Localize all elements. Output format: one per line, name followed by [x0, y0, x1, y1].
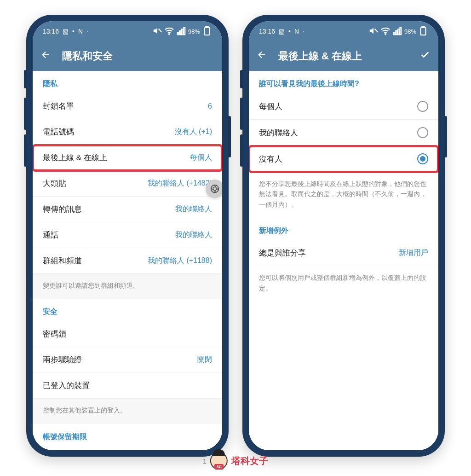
mute-switch[interactable] — [240, 70, 243, 88]
radio-icon — [417, 101, 428, 112]
battery-pct: 98% — [404, 28, 416, 35]
row-always-share[interactable]: 總是與誰分享 新增用戶 — [249, 240, 438, 266]
phone-left: 13:16 ▧ • N · 98% — [26, 15, 229, 457]
privacy-hint: 變更誰可以邀請您到群組和頻道。 — [33, 274, 222, 299]
option-nobody[interactable]: 沒有人 — [249, 146, 438, 172]
row-profile-photo[interactable]: 大頭貼 我的聯絡人 (+1482) — [33, 171, 222, 197]
row-passcode[interactable]: 密碼鎖 — [33, 321, 222, 347]
option-label: 沒有人 — [259, 154, 282, 164]
row-phone-number[interactable]: 電話號碼 沒有人 (+1) — [33, 119, 222, 145]
camera-shutter-icon — [206, 180, 222, 198]
exceptions-title: 新增例外 — [249, 218, 438, 240]
status-bar: 13:16 ▧ • N · 98% — [33, 21, 222, 41]
row-active-sessions[interactable]: 已登入的裝置 — [33, 373, 222, 399]
row-label: 電話號碼 — [43, 127, 74, 137]
row-label: 已登入的裝置 — [43, 380, 90, 391]
content-area[interactable]: 誰可以看見我的最後上線時間? 每個人 我的聯絡人 沒有人 您不分享您最後上線時間… — [249, 71, 438, 450]
row-label: 大頭貼 — [43, 178, 66, 189]
row-value: 關閉 — [197, 355, 212, 365]
option-label: 每個人 — [259, 101, 282, 112]
row-value: 我的聯絡人 — [175, 230, 212, 240]
section-security-title: 安全 — [33, 299, 222, 321]
row-groups-channels[interactable]: 群組和頻道 我的聯絡人 (+1188) — [33, 248, 222, 274]
row-value: 我的聯絡人 (+1188) — [148, 256, 212, 266]
netflix-icon: N — [78, 28, 83, 35]
row-forwarded-messages[interactable]: 轉傳的訊息 我的聯絡人 — [33, 197, 222, 222]
row-label: 群組和頻道 — [43, 255, 82, 266]
svg-rect-11 — [394, 32, 395, 35]
svg-rect-5 — [184, 27, 185, 35]
page-title: 最後上線 & 在線上 — [278, 49, 362, 63]
volume-down[interactable] — [24, 134, 27, 167]
row-label: 最後上線 & 在線上 — [43, 152, 107, 163]
svg-rect-14 — [400, 27, 401, 35]
volume-down[interactable] — [240, 134, 243, 167]
row-value: 每個人 — [190, 153, 212, 163]
radio-icon-selected — [417, 153, 428, 164]
more-icon: · — [303, 28, 304, 35]
volume-up[interactable] — [24, 98, 27, 130]
signal-icon — [176, 26, 186, 37]
svg-point-10 — [385, 34, 386, 35]
volume-up[interactable] — [240, 98, 243, 130]
security-hint: 控制您在其他裝置上的登入。 — [33, 399, 222, 424]
svg-rect-6 — [205, 27, 210, 35]
exceptions-hint: 您可以將個別用戶或整個群組新增為例外，以覆蓋上面的設定。 — [249, 266, 438, 302]
option-contacts[interactable]: 我的聯絡人 — [249, 120, 438, 146]
phone-right: 13:16 ▧ • N · 98% — [242, 15, 445, 457]
back-button[interactable] — [257, 50, 267, 63]
row-label: 通話 — [43, 230, 58, 240]
row-value: 沒有人 (+1) — [175, 127, 212, 137]
gallery-icon: ▧ — [63, 28, 69, 35]
svg-line-9 — [375, 29, 378, 32]
row-blocklist[interactable]: 封鎖名單 6 — [33, 93, 222, 119]
svg-point-1 — [169, 34, 170, 35]
battery-icon — [202, 26, 212, 37]
svg-point-8 — [211, 185, 219, 193]
row-label: 密碼鎖 — [43, 329, 66, 339]
page-title: 隱私和安全 — [62, 49, 113, 63]
power-button[interactable] — [228, 116, 231, 157]
row-value: 6 — [208, 102, 212, 110]
battery-icon — [418, 26, 428, 37]
radio-icon — [417, 127, 428, 138]
power-button[interactable] — [444, 116, 447, 157]
confirm-button[interactable] — [420, 50, 430, 63]
option-label: 我的聯絡人 — [259, 128, 298, 138]
status-time: 13:16 — [259, 28, 275, 35]
status-bar: 13:16 ▧ • N · 98% — [249, 21, 438, 41]
svg-rect-4 — [182, 29, 183, 35]
row-retain[interactable]: 保留 — [33, 447, 222, 450]
mute-switch[interactable] — [24, 70, 27, 88]
row-value: 我的聯絡人 (+1482) — [148, 179, 212, 188]
watermark: 1 3C 塔科女子 — [203, 452, 268, 470]
bullet-icon: • — [72, 28, 75, 35]
app-header: 最後上線 & 在線上 — [249, 41, 438, 71]
signal-icon — [392, 26, 402, 37]
back-button[interactable] — [41, 50, 51, 63]
row-label: 總是與誰分享 — [259, 248, 306, 258]
row-calls[interactable]: 通話 我的聯絡人 — [33, 222, 222, 248]
section-privacy-title: 隱私 — [33, 71, 222, 93]
netflix-icon: N — [294, 28, 299, 35]
watermark-text: 塔科女子 — [231, 455, 268, 467]
gallery-icon: ▧ — [279, 28, 285, 35]
option-hint: 您不分享您最後上線時間及在線上狀態的對象，他們的您也無法看見。取而代之的是，大概… — [249, 172, 438, 218]
option-everybody[interactable]: 每個人 — [249, 93, 438, 120]
app-header: 隱私和安全 — [33, 41, 222, 71]
battery-pct: 98% — [188, 28, 200, 35]
svg-rect-15 — [421, 27, 426, 35]
svg-rect-16 — [422, 26, 425, 27]
status-time: 13:16 — [43, 28, 59, 35]
content-area[interactable]: 隱私 封鎖名單 6 電話號碼 沒有人 (+1) 最後上線 & 在線上 每個人 大… — [33, 71, 222, 450]
row-value: 新增用戶 — [399, 248, 428, 258]
more-icon: · — [86, 28, 88, 35]
row-two-step[interactable]: 兩步驟驗證 關閉 — [33, 347, 222, 373]
mute-icon — [152, 26, 162, 37]
row-last-seen[interactable]: 最後上線 & 在線上 每個人 — [33, 145, 222, 171]
svg-rect-3 — [179, 31, 181, 35]
watermark-avatar: 3C — [210, 452, 228, 470]
watermark-badge: 3C — [214, 464, 224, 470]
row-value: 我的聯絡人 — [175, 204, 212, 214]
wifi-icon — [164, 26, 174, 37]
